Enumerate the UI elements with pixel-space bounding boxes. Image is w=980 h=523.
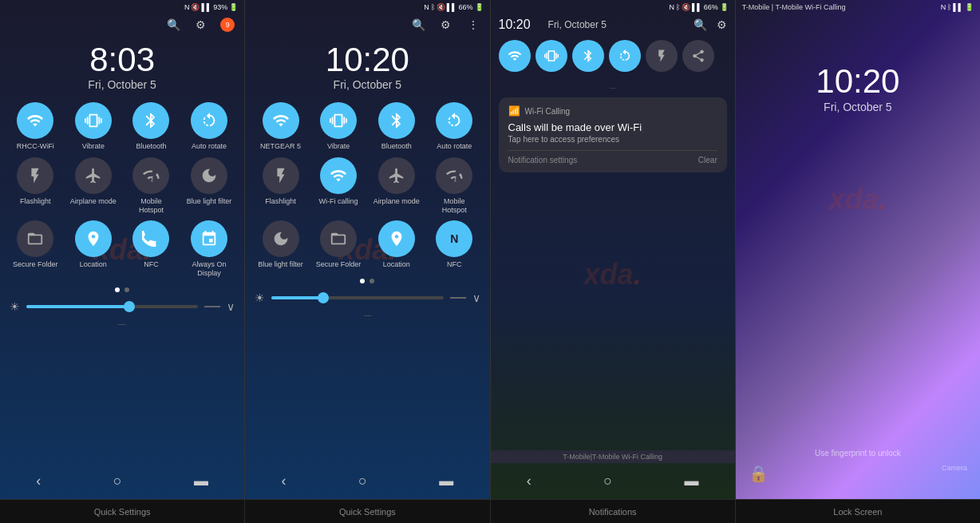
settings-icon-1[interactable]: ⚙	[193, 18, 207, 32]
mini-tile-share[interactable]	[682, 40, 714, 72]
mini-tile-wifi[interactable]	[499, 40, 531, 72]
notif-header-icons: 🔍 ⚙	[694, 18, 727, 31]
aod-icon-1[interactable]	[191, 220, 227, 257]
tile-label-bluelight-2: Blue light filter	[258, 260, 303, 269]
status-battery-icon-3: 🔋	[720, 3, 729, 11]
lock-status-bar: T-Mobile | T-Mobile Wi-Fi Calling N ᛒ ▌▌…	[736, 0, 980, 14]
tile-airplane-1[interactable]: Airplane mode	[68, 157, 120, 215]
recents-button-3[interactable]: ▬	[675, 470, 709, 493]
tile-securefolder-2[interactable]: Secure Folder	[313, 220, 365, 269]
mini-qs-row	[491, 35, 735, 77]
tile-airplane-2[interactable]: Airplane mode	[370, 157, 422, 215]
airplane-icon-1[interactable]	[75, 157, 112, 194]
back-button-1[interactable]: ‹	[26, 470, 50, 493]
settings-icon-2[interactable]: ⚙	[439, 18, 453, 32]
wificalling-icon-2[interactable]	[320, 157, 357, 194]
brightness-row-2: ☀ ∨	[245, 287, 489, 309]
tile-securefolder-1[interactable]: Secure Folder	[10, 220, 61, 278]
recents-button-1[interactable]: ▬	[184, 470, 218, 493]
airplane-icon-2[interactable]	[378, 157, 415, 194]
brightness-thumb-1[interactable]	[124, 301, 135, 312]
wifi-icon-1[interactable]	[17, 102, 53, 139]
tile-label-aod-1: Always On Display	[185, 260, 233, 278]
tile-wifi-2[interactable]: NETGEAR 5	[255, 102, 306, 151]
location-icon-2[interactable]	[378, 220, 415, 257]
bluelight-icon-1[interactable]	[191, 157, 227, 194]
flashlight-icon-2[interactable]	[263, 157, 299, 194]
vibrate-icon-2[interactable]	[320, 102, 357, 139]
notif-date: Fri, October 5	[548, 19, 607, 30]
notif-divider: —	[491, 77, 735, 94]
location-icon-1[interactable]	[75, 220, 112, 257]
notif-spacer	[491, 176, 735, 450]
nfc-icon-1[interactable]	[132, 220, 169, 257]
securefolder-icon-2[interactable]	[320, 220, 357, 257]
tile-flashlight-2[interactable]: Flashlight	[255, 157, 306, 215]
securefolder-icon-1[interactable]	[17, 220, 53, 257]
home-button-1[interactable]: ○	[104, 470, 132, 493]
search-icon-2[interactable]: 🔍	[412, 18, 426, 32]
tile-location-1[interactable]: Location	[68, 220, 120, 278]
settings-icon-3[interactable]: ⚙	[717, 18, 727, 31]
tile-flashlight-1[interactable]: Flashlight	[10, 157, 61, 215]
home-button-3[interactable]: ○	[594, 470, 622, 493]
tile-autorotate-2[interactable]: Auto rotate	[429, 102, 480, 151]
screen-notifications: N ᛒ 🔇 ▌▌ 66% 🔋 10:20 Fri, October 5 🔍 ⚙	[491, 0, 736, 499]
search-icon-1[interactable]: 🔍	[166, 18, 180, 32]
status-battery-text-2: 66%	[458, 3, 472, 11]
notif-body: Tap here to access preferences	[508, 135, 717, 144]
brightness-track-1[interactable]	[26, 305, 198, 308]
autorotate-icon-1[interactable]	[191, 102, 227, 139]
back-button-3[interactable]: ‹	[517, 470, 541, 493]
notif-settings-button[interactable]: Notification settings	[508, 156, 578, 164]
bluetooth-icon-2[interactable]	[378, 102, 415, 139]
tile-bluelight-2[interactable]: Blue light filter	[255, 220, 306, 269]
tile-hotspot-1[interactable]: Mobile Hotspot	[125, 157, 177, 215]
notif-clear-button[interactable]: Clear	[698, 156, 717, 164]
tile-location-2[interactable]: Location	[370, 220, 422, 269]
hotspot-icon-1[interactable]	[132, 157, 169, 194]
hotspot-icon-2[interactable]	[436, 157, 472, 194]
mini-tile-bluetooth[interactable]	[572, 40, 604, 72]
brightness-thumb-2[interactable]	[318, 292, 329, 303]
bluelight-icon-2[interactable]	[263, 220, 299, 257]
vibrate-icon-1[interactable]	[75, 102, 112, 139]
tile-autorotate-1[interactable]: Auto rotate	[184, 102, 235, 151]
tile-aod-1[interactable]: Always On Display	[184, 220, 235, 278]
tile-wificalling-2[interactable]: Wi-Fi calling	[313, 157, 365, 215]
nfc-icon-2[interactable]: N	[436, 220, 472, 257]
tile-nfc-1[interactable]: NFC	[125, 220, 177, 278]
tile-vibrate-2[interactable]: Vibrate	[313, 102, 365, 151]
notif-card-wifi[interactable]: 📶 Wi-Fi Calling Calls will be made over …	[499, 97, 727, 172]
tile-nfc-2[interactable]: N NFC	[429, 220, 480, 269]
lock-action-right[interactable]: Camera	[942, 464, 967, 483]
lock-action-left: 🔒	[749, 464, 769, 483]
tile-wifi-1[interactable]: RHCC-WiFi	[10, 102, 61, 151]
autorotate-icon-2[interactable]	[436, 102, 472, 139]
status-icons-2: N ᛒ 🔇 ▌▌ 66% 🔋	[424, 3, 483, 11]
status-bar-2: N ᛒ 🔇 ▌▌ 66% 🔋	[245, 0, 489, 14]
status-battery-text-3: 66%	[704, 3, 718, 11]
status-nfc-icon-2: N	[424, 3, 429, 11]
notif-badge-1[interactable]: 9	[220, 18, 235, 32]
home-button-2[interactable]: ○	[349, 470, 377, 493]
mini-tile-vibrate[interactable]	[535, 40, 567, 72]
tile-hotspot-2[interactable]: Mobile Hotspot	[429, 157, 480, 215]
mini-tile-rotate[interactable]	[609, 40, 641, 72]
brightness-expand-1[interactable]: ∨	[227, 300, 235, 313]
tile-label-autorotate-2: Auto rotate	[437, 142, 472, 151]
brightness-track-2[interactable]	[271, 296, 443, 299]
brightness-expand-2[interactable]: ∨	[472, 291, 480, 304]
mini-tile-flash[interactable]	[646, 40, 678, 72]
recents-button-2[interactable]: ▬	[429, 470, 463, 493]
back-button-2[interactable]: ‹	[271, 470, 295, 493]
tile-vibrate-1[interactable]: Vibrate	[68, 102, 120, 151]
bluetooth-icon-1[interactable]	[132, 102, 169, 139]
tile-bluelight-1[interactable]: Blue light filter	[184, 157, 235, 215]
flashlight-icon-1[interactable]	[17, 157, 53, 194]
tile-bluetooth-2[interactable]: Bluetooth	[370, 102, 422, 151]
search-icon-3[interactable]: 🔍	[694, 18, 707, 31]
wifi-icon-2[interactable]	[263, 102, 299, 139]
tile-bluetooth-1[interactable]: Bluetooth	[125, 102, 177, 151]
more-icon-2[interactable]: ⋮	[466, 18, 480, 32]
